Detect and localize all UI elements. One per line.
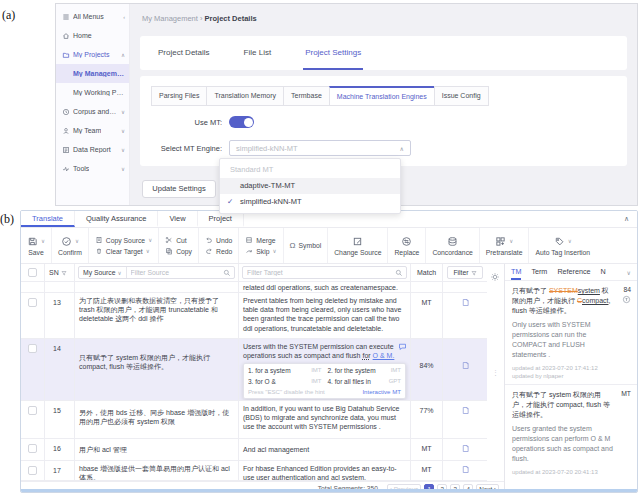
subtab-termbase[interactable]: Termbase bbox=[283, 86, 330, 106]
copy-button[interactable]: Copy bbox=[165, 247, 192, 255]
note-icon[interactable] bbox=[461, 361, 470, 370]
tab-reference[interactable]: Reference bbox=[557, 264, 590, 280]
filter-target-input[interactable] bbox=[243, 269, 395, 276]
filter-button[interactable]: Filter bbox=[447, 266, 482, 279]
auto-tag-insertion-button[interactable]: ∨ Auto Tag Insertion bbox=[535, 236, 590, 256]
gear-icon[interactable] bbox=[490, 272, 500, 282]
chevron-down-icon[interactable]: ∨ bbox=[627, 269, 631, 276]
table-row-16[interactable]: 16 用户和 acl 管理 And acl management MT bbox=[21, 439, 487, 461]
tab-project-settings[interactable]: Project Settings bbox=[303, 36, 363, 70]
source-scope-select[interactable]: My Source∨ bbox=[79, 267, 127, 278]
chevron-down-icon[interactable]: ∨ bbox=[148, 237, 152, 243]
search-icon[interactable] bbox=[223, 269, 231, 277]
sidebar-item-data-report[interactable]: Data Report ∨ bbox=[56, 140, 129, 159]
row-checkbox[interactable] bbox=[28, 298, 37, 307]
subtab-issue-config[interactable]: Issue Config bbox=[434, 86, 489, 106]
replace-button[interactable]: Replace bbox=[394, 236, 419, 256]
confirm-button[interactable]: ∨ Confirm bbox=[58, 236, 82, 256]
skip-button[interactable]: Skip∨ bbox=[245, 247, 276, 255]
panel-divider[interactable]: ⋮ bbox=[487, 264, 505, 489]
tab-quality-assurance[interactable]: Quality Assurance bbox=[75, 211, 158, 227]
sidebar-item-my-team[interactable]: My Team ∨ bbox=[56, 121, 129, 140]
table-row-partial[interactable]: related ddl operations, such as createna… bbox=[21, 282, 487, 293]
sidebar-item-corpus-and-terms[interactable]: Corpus and Terms ∨ bbox=[56, 102, 129, 121]
option-simplified-knn-mt[interactable]: ✓ simplified-kNN-MT bbox=[220, 194, 400, 210]
note-icon[interactable] bbox=[461, 406, 470, 415]
change-source-button[interactable]: Change Source bbox=[334, 236, 381, 256]
sidebar-item-home[interactable]: Home bbox=[56, 26, 129, 45]
breadcrumb-parent[interactable]: My Management bbox=[142, 14, 198, 23]
option-standard-mt[interactable]: Standard MT bbox=[220, 162, 400, 178]
insert-match-icon[interactable] bbox=[622, 295, 631, 304]
tab-project-details[interactable]: Project Details bbox=[156, 36, 212, 70]
target-cell[interactable]: And acl management bbox=[239, 439, 411, 460]
table-row-15[interactable]: 15 另外，使用 bds 迁移、同步 hbase 增强版时，使用的用户也必须有 … bbox=[21, 401, 487, 439]
funnel-icon[interactable] bbox=[61, 270, 67, 276]
clear-target-button[interactable]: Clear Target∨ bbox=[95, 247, 152, 255]
collapse-ribbon-icon[interactable]: ∧ bbox=[624, 215, 629, 223]
subtab-translation-memory[interactable]: Translation Memory bbox=[206, 86, 284, 106]
select-all-checkbox[interactable] bbox=[28, 268, 37, 277]
option-adaptive-tm-mt[interactable]: adaptive-TM-MT bbox=[220, 178, 400, 194]
save-button[interactable]: ∨ Save bbox=[27, 236, 45, 256]
horizontal-scrollbar[interactable] bbox=[21, 489, 637, 492]
symbol-button[interactable]: Ω Symbol bbox=[290, 241, 322, 250]
tab-view[interactable]: View bbox=[158, 211, 197, 227]
row-checkbox[interactable] bbox=[28, 406, 37, 415]
sidebar-item-tools[interactable]: Tools ∨ bbox=[56, 159, 129, 178]
concordance-button[interactable]: Concordance bbox=[432, 236, 472, 256]
comment-icon[interactable] bbox=[398, 342, 407, 351]
target-editor-text[interactable]: Users with the SYSTEM permission can exe… bbox=[243, 342, 406, 360]
mt-engine-select[interactable]: simplified-kNN-MT ∧ bbox=[229, 140, 411, 156]
sidebar-item-my-management[interactable]: My Management bbox=[56, 64, 129, 83]
update-settings-button[interactable]: Update Settings bbox=[142, 180, 216, 198]
tm-mt-entry[interactable]: 只有赋予了 system 权限的用户，才能执行 compact, flush 等… bbox=[505, 385, 637, 480]
filter-source-input[interactable] bbox=[127, 269, 223, 276]
drag-handle[interactable]: ⋮ bbox=[492, 369, 499, 377]
target-cell-editing[interactable]: Users with the SYSTEM permission can exe… bbox=[239, 339, 411, 400]
chevron-down-icon[interactable]: ∨ bbox=[75, 238, 79, 244]
tab-notes-truncated[interactable]: N bbox=[601, 264, 606, 280]
row-checkbox[interactable] bbox=[28, 466, 37, 475]
tab-term[interactable]: Term bbox=[531, 264, 547, 280]
cut-button[interactable]: Cut bbox=[165, 236, 192, 244]
row-checkbox[interactable] bbox=[28, 444, 37, 453]
table-row-17[interactable]: 17 hbase 增强版提供一套简单易用的用户认证和 acl 体系。 For h… bbox=[21, 461, 487, 481]
mt-hint-option-3[interactable]: 3. for O &IMT bbox=[248, 377, 322, 386]
chevron-down-icon[interactable]: ∨ bbox=[568, 238, 572, 244]
sidebar-item-all-menus[interactable]: All Menus ‹ bbox=[56, 7, 129, 26]
mt-hint-option-4[interactable]: 4. for all files inGPT bbox=[328, 377, 402, 386]
target-cell[interactable]: For hbase Enhanced Edition provides an e… bbox=[239, 461, 411, 480]
redo-button[interactable]: Redo bbox=[205, 247, 232, 255]
breadcrumb: My Management › Project Details bbox=[142, 14, 257, 23]
subtab-parsing-files[interactable]: Parsing Files bbox=[151, 86, 207, 106]
tab-file-list[interactable]: File List bbox=[242, 36, 274, 70]
chevron-down-icon[interactable]: ∨ bbox=[273, 248, 277, 254]
copy-source-button[interactable]: Copy Source∨ bbox=[95, 236, 152, 244]
chevron-down-icon[interactable]: ∨ bbox=[146, 248, 150, 254]
tab-translate[interactable]: Translate bbox=[21, 211, 75, 227]
table-row-13[interactable]: 13 为了防止表误删和表数据被清空，只有授予了 trash 权限的用户，才能调用… bbox=[21, 293, 487, 339]
tab-tm[interactable]: TM bbox=[511, 264, 521, 280]
note-icon[interactable] bbox=[461, 298, 470, 307]
sidebar-item-my-working-projects[interactable]: My Working Projects bbox=[56, 83, 129, 102]
chevron-down-icon[interactable]: ∨ bbox=[41, 238, 45, 244]
tm-match-entry[interactable]: 只有赋予了 SYSTEMsystem 权限的用户，才能执行 Ccompact, … bbox=[505, 281, 637, 385]
chevron-down-icon[interactable]: ∨ bbox=[509, 238, 513, 244]
target-cell[interactable]: In addition, if you want to use Big Data… bbox=[239, 401, 411, 438]
undo-button[interactable]: Undo bbox=[205, 236, 232, 244]
pretranslate-button[interactable]: ∨ Pretranslate bbox=[486, 236, 523, 256]
target-cell[interactable]: Prevent tables from being deleted by mis… bbox=[239, 293, 411, 338]
mt-hint-option-2[interactable]: 2. for the systemIMT bbox=[328, 366, 402, 375]
sidebar-item-my-projects[interactable]: My Projects ∧ bbox=[56, 45, 129, 64]
note-icon[interactable] bbox=[461, 444, 470, 453]
use-mt-toggle[interactable] bbox=[229, 116, 254, 128]
search-icon[interactable] bbox=[395, 269, 403, 277]
merge-button[interactable]: Merge bbox=[245, 236, 276, 244]
note-icon[interactable] bbox=[461, 465, 470, 474]
collapse-icon[interactable]: ‹ bbox=[123, 14, 125, 20]
mt-hint-option-1[interactable]: 1. for a systemIMT bbox=[248, 366, 322, 375]
row-checkbox[interactable] bbox=[28, 344, 37, 353]
table-row-14-selected[interactable]: 14 只有赋予了 system 权限的用户，才能执行 compact, flus… bbox=[21, 339, 487, 401]
subtab-machine-translation-engines[interactable]: Machine Translation Engines bbox=[329, 86, 435, 106]
